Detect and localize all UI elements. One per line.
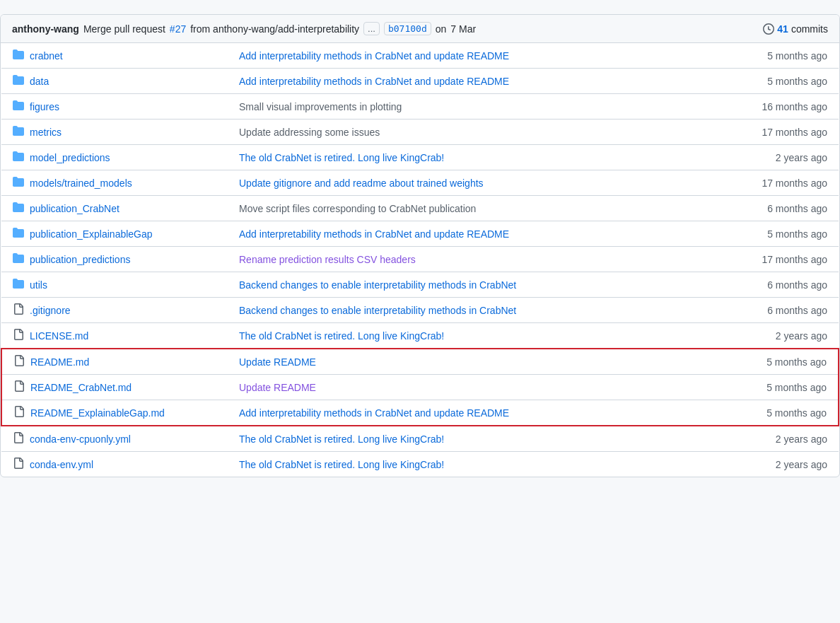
file-name-link[interactable]: crabnet — [30, 50, 63, 62]
table-row: README_ExplainableGap.mdAdd interpretabi… — [1, 400, 839, 426]
file-name-link[interactable]: conda-env-cpuonly.yml — [30, 433, 131, 445]
clock-icon — [763, 23, 774, 35]
commit-message-cell[interactable]: The old CrabNet is retired. Long live Ki… — [239, 330, 444, 342]
commit-date: 7 Mar — [450, 23, 476, 35]
file-icon — [13, 432, 24, 446]
commit-ellipsis[interactable]: ... — [363, 22, 380, 35]
commit-time: 17 months ago — [733, 170, 839, 196]
commit-message-cell[interactable]: Update addressing some issues — [239, 127, 380, 138]
commit-time: 2 years ago — [733, 145, 839, 170]
folder-icon — [13, 49, 24, 62]
commit-time: 5 months ago — [733, 375, 839, 400]
folder-icon — [13, 176, 24, 190]
table-row: .gitignoreBackend changes to enable inte… — [1, 298, 839, 323]
table-row: conda-env.ymlThe old CrabNet is retired.… — [1, 452, 839, 477]
commit-time: 16 months ago — [733, 94, 839, 120]
commit-message-cell[interactable]: Backend changes to enable interpretabili… — [239, 279, 516, 291]
table-row: conda-env-cpuonly.ymlThe old CrabNet is … — [1, 426, 839, 452]
file-table: crabnetAdd interpretability methods in C… — [1, 43, 839, 477]
file-icon — [13, 458, 24, 471]
commits-label[interactable]: commits — [791, 23, 828, 35]
commit-time: 5 months ago — [733, 43, 839, 69]
folder-icon — [13, 202, 24, 215]
file-icon — [13, 380, 25, 394]
file-name-link[interactable]: model_predictions — [30, 152, 110, 163]
commit-message-cell[interactable]: Add interpretability methods in CrabNet … — [239, 50, 509, 62]
commit-time: 5 months ago — [733, 69, 839, 94]
folder-icon — [13, 74, 24, 88]
commits-number: 41 — [777, 23, 788, 35]
file-icon — [13, 303, 24, 317]
folder-icon — [13, 227, 24, 240]
file-name-link[interactable]: utils — [30, 279, 47, 291]
file-name-link[interactable]: LICENSE.md — [30, 330, 88, 342]
commit-message-cell[interactable]: Update README — [239, 382, 316, 393]
commit-message-cell[interactable]: The old CrabNet is retired. Long live Ki… — [239, 459, 444, 470]
file-name-link[interactable]: data — [30, 76, 49, 87]
file-name-link[interactable]: publication_predictions — [30, 254, 130, 265]
file-name-link[interactable]: conda-env.yml — [30, 459, 93, 470]
commit-time: 6 months ago — [733, 272, 839, 298]
commit-message-cell[interactable]: Small visual improvements in plotting — [239, 101, 402, 112]
file-icon — [13, 329, 24, 342]
commit-message-cell[interactable]: Move script files corresponding to CrabN… — [239, 203, 476, 214]
commit-message-cell[interactable]: The old CrabNet is retired. Long live Ki… — [239, 152, 444, 163]
commit-message-cell[interactable]: Add interpretability methods in CrabNet … — [239, 407, 509, 419]
file-name-link[interactable]: publication_CrabNet — [30, 203, 119, 214]
table-row: publication_ExplainableGapAdd interpreta… — [1, 221, 839, 247]
table-row: metricsUpdate addressing some issues17 m… — [1, 120, 839, 145]
commit-author[interactable]: anthony-wang — [12, 23, 79, 35]
file-name-link[interactable]: metrics — [30, 127, 62, 138]
commit-time: 5 months ago — [733, 349, 839, 375]
table-row: README_CrabNet.mdUpdate README5 months a… — [1, 375, 839, 400]
file-name-link[interactable]: models/trained_models — [30, 177, 132, 189]
commit-time: 5 months ago — [733, 400, 839, 426]
file-icon — [13, 355, 25, 368]
file-name-link[interactable]: README_ExplainableGap.md — [30, 407, 165, 419]
commit-time: 2 years ago — [733, 323, 839, 349]
table-row: LICENSE.mdThe old CrabNet is retired. Lo… — [1, 323, 839, 349]
file-name-link[interactable]: README_CrabNet.md — [30, 382, 132, 393]
table-row: figuresSmall visual improvements in plot… — [1, 94, 839, 120]
commit-time: 2 years ago — [733, 452, 839, 477]
folder-icon — [13, 125, 24, 139]
table-row: model_predictionsThe old CrabNet is reti… — [1, 145, 839, 170]
commit-time: 6 months ago — [733, 298, 839, 323]
commit-message-cell[interactable]: Add interpretability methods in CrabNet … — [239, 76, 509, 87]
table-row: publication_CrabNetMove script files cor… — [1, 196, 839, 221]
commit-time: 17 months ago — [733, 247, 839, 272]
file-icon — [13, 406, 25, 419]
commit-time: 5 months ago — [733, 221, 839, 247]
table-row: crabnetAdd interpretability methods in C… — [1, 43, 839, 69]
folder-icon — [13, 252, 24, 266]
commit-message-cell[interactable]: Update gitignore and add readme about tr… — [239, 177, 484, 189]
commit-time: 2 years ago — [733, 426, 839, 452]
file-name-link[interactable]: README.md — [30, 356, 89, 368]
commits-count: 41 commits — [763, 23, 828, 35]
pr-link[interactable]: #27 — [170, 23, 186, 35]
table-row: utilsBackend changes to enable interpret… — [1, 272, 839, 298]
folder-icon — [13, 278, 24, 291]
commit-message-suffix: from anthony-wang/add-interpretability — [190, 23, 359, 35]
repository-file-browser: anthony-wang Merge pull request #27 from… — [0, 14, 840, 477]
commit-date-prefix: on — [436, 23, 447, 35]
table-row: dataAdd interpretability methods in Crab… — [1, 69, 839, 94]
file-name-link[interactable]: figures — [30, 101, 59, 112]
commit-hash[interactable]: b07100d — [384, 22, 431, 35]
commit-message-cell[interactable]: Add interpretability methods in CrabNet … — [239, 228, 509, 240]
table-row: README.mdUpdate README5 months ago — [1, 349, 839, 375]
table-row: publication_predictionsRename prediction… — [1, 247, 839, 272]
commit-message-cell[interactable]: Rename prediction results CSV headers — [239, 254, 416, 265]
commit-time: 6 months ago — [733, 196, 839, 221]
file-name-link[interactable]: .gitignore — [30, 305, 71, 316]
table-row: models/trained_modelsUpdate gitignore an… — [1, 170, 839, 196]
commit-message-cell[interactable]: The old CrabNet is retired. Long live Ki… — [239, 433, 444, 445]
folder-icon — [13, 100, 24, 113]
folder-icon — [13, 151, 24, 164]
commit-header: anthony-wang Merge pull request #27 from… — [1, 15, 839, 43]
commit-message-cell[interactable]: Update README — [239, 356, 316, 368]
file-name-link[interactable]: publication_ExplainableGap — [30, 228, 153, 240]
commit-message-cell[interactable]: Backend changes to enable interpretabili… — [239, 305, 516, 316]
commit-message-prefix: Merge pull request — [83, 23, 165, 35]
commit-time: 17 months ago — [733, 120, 839, 145]
